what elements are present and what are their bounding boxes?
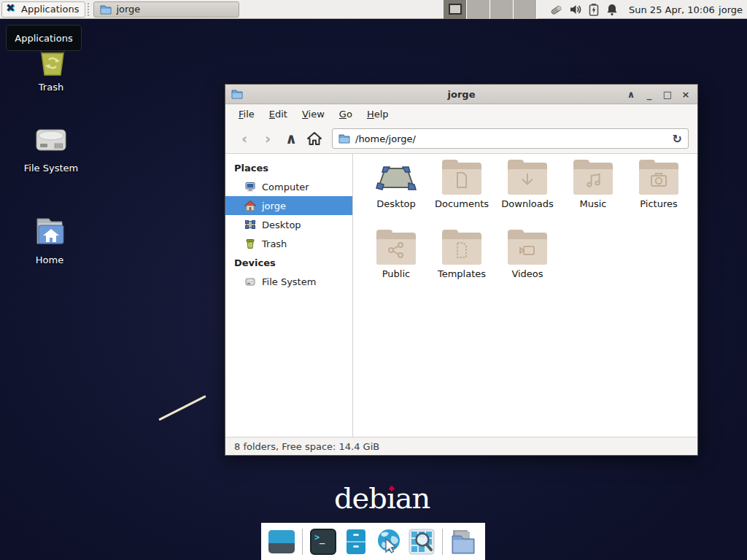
folder-pictures-icon — [639, 163, 678, 195]
xfce-applications-icon: ✖✖ — [6, 4, 18, 15]
file-item-desktop[interactable]: Desktop — [363, 163, 429, 233]
folder-public-icon — [376, 233, 416, 265]
file-item-templates[interactable]: Templates — [429, 233, 495, 303]
home-icon — [244, 200, 256, 211]
workspace-3[interactable] — [490, 0, 514, 19]
file-manager-launcher[interactable] — [341, 527, 371, 556]
applications-menu-label: Applications — [21, 4, 79, 15]
forward-button[interactable]: › — [258, 128, 278, 149]
file-manager-window: jorge ∧ _ □ × File Edit View Go Help ‹ ›… — [225, 84, 698, 456]
location-path[interactable]: /home/jorge/ — [355, 133, 667, 144]
wallpaper-line-decoration — [158, 395, 206, 421]
system-tray — [549, 0, 619, 19]
workspace-2[interactable] — [467, 0, 490, 19]
home-folder-icon — [30, 213, 69, 249]
menu-go[interactable]: Go — [332, 109, 360, 120]
menubar: File Edit View Go Help — [225, 104, 697, 124]
svg-text:_: _ — [320, 534, 325, 545]
debian-wallpaper-logo: debian — [334, 481, 430, 515]
folder-documents-icon — [442, 163, 481, 195]
file-view: Desktop Documents Download — [353, 154, 697, 437]
devices-header: Devices — [225, 253, 352, 272]
computer-icon — [244, 181, 256, 192]
file-item-videos[interactable]: Videos — [495, 233, 560, 303]
menu-view[interactable]: View — [295, 109, 332, 120]
desktop-icon-label: Trash — [11, 82, 91, 93]
toolbar: ‹ › ∧ /home/jorge/ ↻ — [225, 124, 697, 154]
applications-menu-button[interactable]: ✖✖ Applications — [1, 1, 85, 18]
applications-tooltip: Applications — [6, 25, 82, 51]
desktop-icon-label: File System — [11, 163, 91, 174]
desktop-icon — [244, 219, 256, 230]
menu-help[interactable]: Help — [360, 109, 396, 120]
notifications-bell-icon[interactable] — [605, 3, 619, 16]
dock-panel: > _ — [261, 523, 485, 560]
location-bar[interactable]: /home/jorge/ ↻ — [332, 128, 689, 149]
hard-drive-icon — [31, 122, 71, 158]
home-icon — [306, 131, 322, 147]
statusbar: 8 folders, Free space: 14.4 GiB — [225, 437, 697, 455]
close-button[interactable]: × — [680, 85, 692, 104]
window-titlebar[interactable]: jorge ∧ _ □ × — [225, 85, 697, 104]
debian-logo-text: debian — [334, 481, 430, 515]
web-browser-launcher[interactable] — [374, 527, 403, 556]
file-item-public[interactable]: Public — [363, 233, 429, 303]
status-text: 8 folders, Free space: 14.4 GiB — [234, 441, 379, 452]
desktop-icon-label: Home — [9, 254, 90, 265]
trash-icon — [244, 238, 256, 249]
home-button[interactable] — [304, 128, 325, 149]
sidebar-item-desktop[interactable]: Desktop — [225, 215, 352, 234]
places-header: Places — [225, 158, 352, 177]
folder-videos-icon — [508, 233, 547, 265]
battery-charging-icon[interactable] — [588, 3, 600, 16]
places-sidebar: Places Computer jorge — [225, 154, 353, 437]
file-item-music[interactable]: Music — [560, 163, 626, 233]
hard-drive-icon — [244, 276, 256, 287]
panel-user-menu[interactable]: jorge — [719, 0, 743, 19]
panel-clock[interactable]: Sun 25 Apr, 10:06 — [629, 0, 715, 19]
back-button[interactable]: ‹ — [234, 128, 255, 149]
minimize-button[interactable]: _ — [643, 85, 655, 104]
folder-downloads-icon — [508, 163, 547, 195]
dock-separator — [302, 529, 303, 555]
sidebar-item-computer[interactable]: Computer — [225, 177, 352, 196]
folder-templates-icon — [442, 233, 481, 265]
shade-button[interactable]: ∧ — [625, 85, 637, 104]
pointer-tool-icon[interactable] — [549, 2, 563, 17]
folder-icon — [338, 133, 350, 144]
directory-menu-launcher[interactable] — [449, 527, 478, 556]
application-finder-launcher[interactable] — [407, 527, 436, 556]
folder-icon — [100, 4, 112, 15]
desktop-icon-file-system[interactable]: File System — [11, 122, 91, 174]
workspace-1[interactable] — [444, 0, 467, 19]
folder-music-icon — [573, 163, 613, 195]
taskbar-window-label: jorge — [116, 4, 140, 15]
taskbar-window-button[interactable]: jorge — [93, 1, 239, 18]
up-button[interactable]: ∧ — [281, 128, 301, 149]
menu-file[interactable]: File — [231, 109, 262, 120]
sidebar-item-trash[interactable]: Trash — [225, 234, 352, 253]
menu-edit[interactable]: Edit — [262, 109, 295, 120]
reload-button[interactable]: ↻ — [673, 132, 682, 146]
desktop-icon-home[interactable]: Home — [9, 213, 90, 265]
workspace-switcher[interactable] — [444, 0, 537, 19]
file-item-documents[interactable]: Documents — [429, 163, 495, 233]
terminal-launcher[interactable]: > _ — [309, 527, 338, 556]
workspace-window-preview — [449, 4, 462, 15]
dock-separator — [442, 529, 443, 555]
show-desktop-button[interactable] — [267, 527, 296, 556]
workspace-4[interactable] — [514, 0, 537, 19]
file-item-downloads[interactable]: Downloads — [495, 163, 560, 233]
volume-icon[interactable] — [569, 3, 582, 16]
sidebar-item-jorge[interactable]: jorge — [225, 196, 352, 215]
sidebar-item-file-system[interactable]: File System — [225, 272, 352, 291]
file-item-pictures[interactable]: Pictures — [626, 163, 692, 233]
maximize-button[interactable]: □ — [662, 85, 673, 104]
panel-handle — [88, 3, 91, 16]
tooltip-text: Applications — [15, 33, 72, 44]
desktop-icon — [375, 163, 417, 195]
top-panel: ✖✖ Applications jorge — [0, 0, 747, 19]
